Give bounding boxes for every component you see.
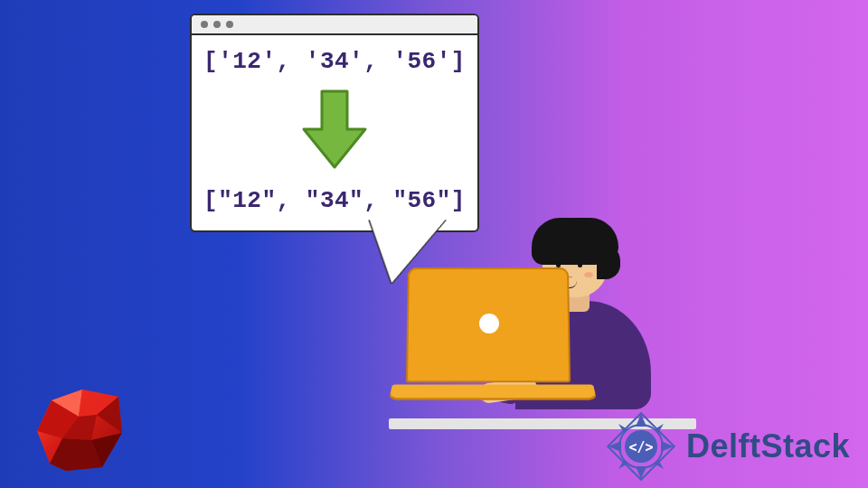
laptop-logo-icon (479, 314, 499, 333)
ruby-logo-icon (32, 384, 131, 474)
window-dot-icon (201, 21, 208, 28)
code-speech-bubble: ['12', '34', '56'] ["12", "34", "56"] (190, 14, 479, 232)
delftstack-badge-icon: </> (605, 410, 677, 483)
arrow-down-icon (300, 89, 369, 174)
person-eyebrow (552, 256, 564, 258)
svg-text:</>: </> (628, 439, 653, 455)
window-titlebar (192, 15, 477, 35)
delftstack-brand-text: DelftStack (686, 427, 850, 465)
person-eye (578, 263, 582, 267)
laptop-base (389, 385, 597, 400)
delftstack-logo: </> DelftStack (605, 410, 850, 483)
person-cheek (584, 272, 593, 277)
person-eyebrow (573, 256, 586, 258)
window-dot-icon (213, 21, 221, 28)
window-dot-icon (226, 21, 233, 28)
code-output-line: ["12", "34", "56"] (203, 187, 466, 214)
code-body: ['12', '34', '56'] ["12", "34", "56"] (192, 35, 477, 230)
code-input-line: ['12', '34', '56'] (203, 48, 466, 75)
